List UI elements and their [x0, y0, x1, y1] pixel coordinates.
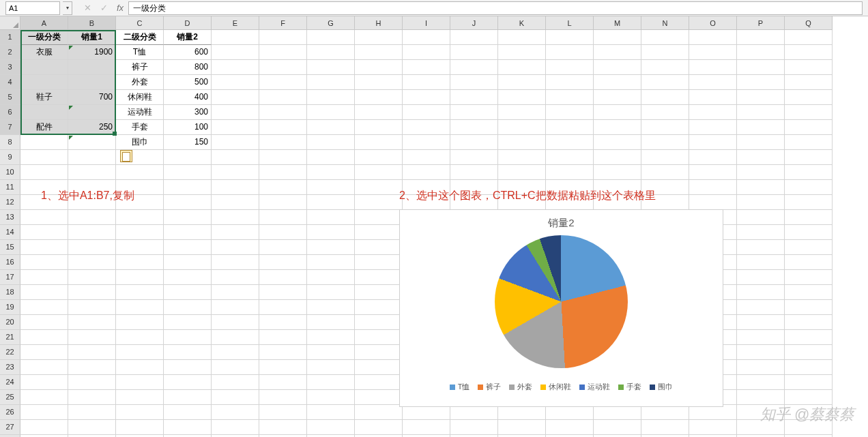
cell-N1[interactable] [641, 30, 689, 45]
row-header-7[interactable]: 7 [0, 120, 20, 135]
cell-D9[interactable] [164, 150, 212, 165]
cell-F2[interactable] [259, 45, 307, 60]
cell-A15[interactable] [20, 240, 68, 255]
cell-C27[interactable] [116, 420, 164, 435]
cell-F23[interactable] [259, 360, 307, 375]
cell-H8[interactable] [355, 135, 403, 150]
cell-C7[interactable]: 手套 [116, 120, 164, 135]
cell-J3[interactable] [450, 60, 498, 75]
cell-E18[interactable] [212, 285, 259, 300]
cell-Q2[interactable] [785, 45, 833, 60]
cell-O5[interactable] [689, 90, 737, 105]
cell-G4[interactable] [307, 75, 355, 90]
cell-H3[interactable] [355, 60, 403, 75]
column-header-L[interactable]: L [546, 16, 594, 30]
cell-G13[interactable] [307, 210, 355, 225]
cell-N26[interactable] [641, 405, 689, 420]
cell-D2[interactable]: 600 [164, 45, 212, 60]
cell-F3[interactable] [259, 60, 307, 75]
cell-H26[interactable] [355, 405, 403, 420]
cell-Q20[interactable] [785, 315, 833, 330]
row-header-15[interactable]: 15 [0, 240, 20, 255]
cell-B20[interactable] [68, 315, 116, 330]
cell-D23[interactable] [164, 360, 212, 375]
cell-B8[interactable] [68, 135, 116, 150]
cell-A8[interactable] [20, 135, 68, 150]
cell-H6[interactable] [355, 105, 403, 120]
cell-G23[interactable] [307, 360, 355, 375]
column-header-K[interactable]: K [498, 16, 546, 30]
cell-G1[interactable] [307, 30, 355, 45]
cell-J5[interactable] [450, 90, 498, 105]
cell-B14[interactable] [68, 225, 116, 240]
cell-O11[interactable] [689, 180, 737, 195]
row-header-2[interactable]: 2 [0, 45, 20, 60]
cell-Q18[interactable] [785, 285, 833, 300]
cell-G25[interactable] [307, 390, 355, 405]
cell-I6[interactable] [403, 105, 450, 120]
cell-P1[interactable] [737, 30, 785, 45]
cell-F21[interactable] [259, 330, 307, 345]
column-header-H[interactable]: H [355, 16, 403, 30]
cell-I27[interactable] [403, 420, 450, 435]
cell-E27[interactable] [212, 420, 259, 435]
cell-Q13[interactable] [785, 210, 833, 225]
cell-A25[interactable] [20, 390, 68, 405]
cell-N3[interactable] [641, 60, 689, 75]
cell-P24[interactable] [737, 375, 785, 390]
cell-L5[interactable] [546, 90, 594, 105]
cell-I4[interactable] [403, 75, 450, 90]
cell-M8[interactable] [594, 135, 641, 150]
cell-A4[interactable] [20, 75, 68, 90]
cell-C19[interactable] [116, 300, 164, 315]
name-box[interactable]: A1 [5, 1, 60, 15]
cell-C20[interactable] [116, 315, 164, 330]
cell-L9[interactable] [546, 150, 594, 165]
cell-I3[interactable] [403, 60, 450, 75]
row-header-9[interactable]: 9 [0, 150, 20, 165]
cell-C25[interactable] [116, 390, 164, 405]
cell-C2[interactable]: T恤 [116, 45, 164, 60]
cell-B21[interactable] [68, 330, 116, 345]
cell-Q16[interactable] [785, 255, 833, 270]
column-header-C[interactable]: C [116, 16, 164, 30]
cell-H23[interactable] [355, 360, 403, 375]
cell-L27[interactable] [546, 420, 594, 435]
cell-N8[interactable] [641, 135, 689, 150]
cell-A26[interactable] [20, 405, 68, 420]
cell-G27[interactable] [307, 420, 355, 435]
cell-E3[interactable] [212, 60, 259, 75]
cell-D21[interactable] [164, 330, 212, 345]
cell-D19[interactable] [164, 300, 212, 315]
cell-P3[interactable] [737, 60, 785, 75]
cell-H12[interactable] [355, 195, 403, 210]
cell-A27[interactable] [20, 420, 68, 435]
column-header-I[interactable]: I [403, 16, 450, 30]
cell-G26[interactable] [307, 405, 355, 420]
insert-function-button[interactable]: fx [112, 1, 128, 15]
cell-Q6[interactable] [785, 105, 833, 120]
cell-D13[interactable] [164, 210, 212, 225]
name-box-dropdown[interactable]: ▾ [63, 1, 72, 15]
cell-H5[interactable] [355, 90, 403, 105]
cell-B7[interactable]: 250 [68, 120, 116, 135]
cell-H20[interactable] [355, 315, 403, 330]
cell-J4[interactable] [450, 75, 498, 90]
cell-G8[interactable] [307, 135, 355, 150]
cell-Q1[interactable] [785, 30, 833, 45]
cell-E4[interactable] [212, 75, 259, 90]
cell-N9[interactable] [641, 150, 689, 165]
cell-F22[interactable] [259, 345, 307, 360]
row-headers[interactable]: 1234567891011121314151617181920212223242… [0, 30, 20, 437]
cell-P10[interactable] [737, 165, 785, 180]
cell-G21[interactable] [307, 330, 355, 345]
row-header-24[interactable]: 24 [0, 375, 20, 390]
cell-P16[interactable] [737, 255, 785, 270]
cell-P19[interactable] [737, 300, 785, 315]
cell-E13[interactable] [212, 210, 259, 225]
row-header-16[interactable]: 16 [0, 255, 20, 270]
cell-G19[interactable] [307, 300, 355, 315]
cell-Q19[interactable] [785, 300, 833, 315]
cell-L8[interactable] [546, 135, 594, 150]
cell-D4[interactable]: 500 [164, 75, 212, 90]
